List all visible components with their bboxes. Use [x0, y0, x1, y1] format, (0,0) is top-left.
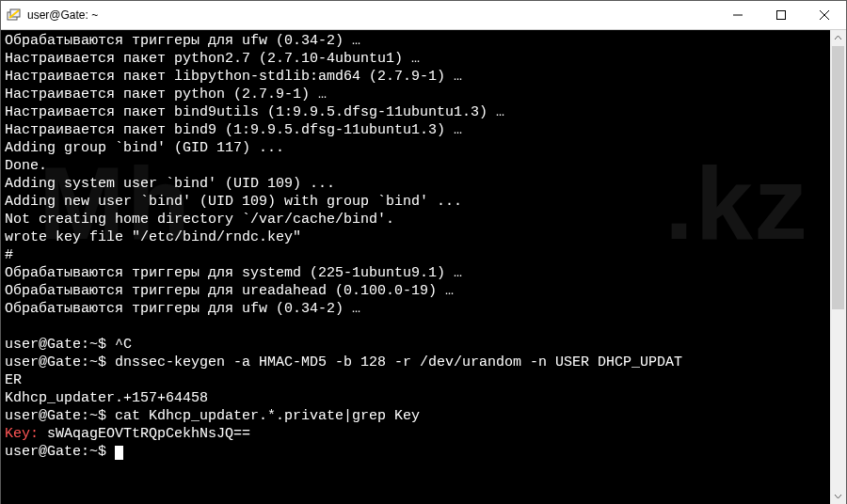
terminal-line: Adding group `bind' (GID 117) ...	[5, 139, 826, 157]
svg-rect-4	[777, 11, 786, 20]
cursor	[115, 446, 123, 460]
grep-match: Key:	[5, 426, 39, 442]
terminal-window: user@Gate: ~ Обрабатываются триггеры для…	[0, 0, 847, 504]
terminal-line: Настраивается пакет python (2.7.9-1) …	[5, 86, 826, 103]
window-controls	[716, 1, 846, 29]
scroll-thumb[interactable]	[832, 46, 844, 309]
key-value: sWAqagEOVTtRQpCekhNsJQ==	[39, 426, 250, 442]
window-title: user@Gate: ~	[27, 8, 98, 22]
terminal-line: user@Gate:~$ dnssec-keygen -a HMAC-MD5 -…	[5, 354, 826, 371]
terminal-line: #	[5, 246, 826, 264]
shell-prompt: user@Gate:~$	[5, 444, 115, 460]
terminal-line: Обрабатываются триггеры для ufw (0.34-2)…	[5, 300, 826, 318]
terminal-line: Настраивается пакет python2.7 (2.7.10-4u…	[5, 50, 826, 68]
terminal-line: Not creating home directory `/var/cache/…	[5, 211, 826, 228]
terminal-line: Adding new user `bind' (UID 109) with gr…	[5, 193, 826, 211]
scrollbar-vertical[interactable]	[830, 30, 846, 504]
terminal-line: Done.	[5, 157, 826, 175]
terminal-line: Настраивается пакет libpython-stdlib:amd…	[5, 68, 826, 86]
app-icon	[7, 8, 22, 23]
terminal-line: Обрабатываются триггеры для ureadahead (…	[5, 282, 826, 300]
close-button[interactable]	[803, 1, 846, 29]
scroll-down-button[interactable]	[830, 488, 846, 504]
scroll-track[interactable]	[830, 46, 846, 488]
terminal-line: Key: sWAqagEOVTtRQpCekhNsJQ==	[5, 425, 826, 443]
terminal-line: user@Gate:~$ cat Kdhcp_updater.*.private…	[5, 407, 826, 425]
terminal-line: wrote key file "/etc/bind/rndc.key"	[5, 228, 826, 246]
titlebar: user@Gate: ~	[1, 1, 846, 30]
terminal-line: Adding system user `bind' (UID 109) ...	[5, 175, 826, 193]
terminal-line	[5, 318, 826, 336]
terminal-line: user@Gate:~$ ^C	[5, 336, 826, 354]
title-left: user@Gate: ~	[1, 8, 98, 23]
terminal-output[interactable]: Обрабатываются триггеры для ufw (0.34-2)…	[1, 30, 830, 504]
terminal-line: Обрабатываются триггеры для ufw (0.34-2)…	[5, 32, 826, 50]
maximize-button[interactable]	[759, 1, 803, 29]
minimize-button[interactable]	[716, 1, 759, 29]
terminal-line: Настраивается пакет bind9 (1:9.9.5.dfsg-…	[5, 121, 826, 139]
terminal-line: ER	[5, 371, 826, 389]
terminal-line: user@Gate:~$	[5, 443, 826, 461]
terminal-area: Обрабатываются триггеры для ufw (0.34-2)…	[1, 30, 846, 504]
terminal-line: Настраивается пакет bind9utils (1:9.9.5.…	[5, 103, 826, 121]
terminal-line: Kdhcp_updater.+157+64458	[5, 389, 826, 407]
scroll-up-button[interactable]	[830, 30, 846, 46]
terminal-line: Обрабатываются триггеры для systemd (225…	[5, 264, 826, 282]
